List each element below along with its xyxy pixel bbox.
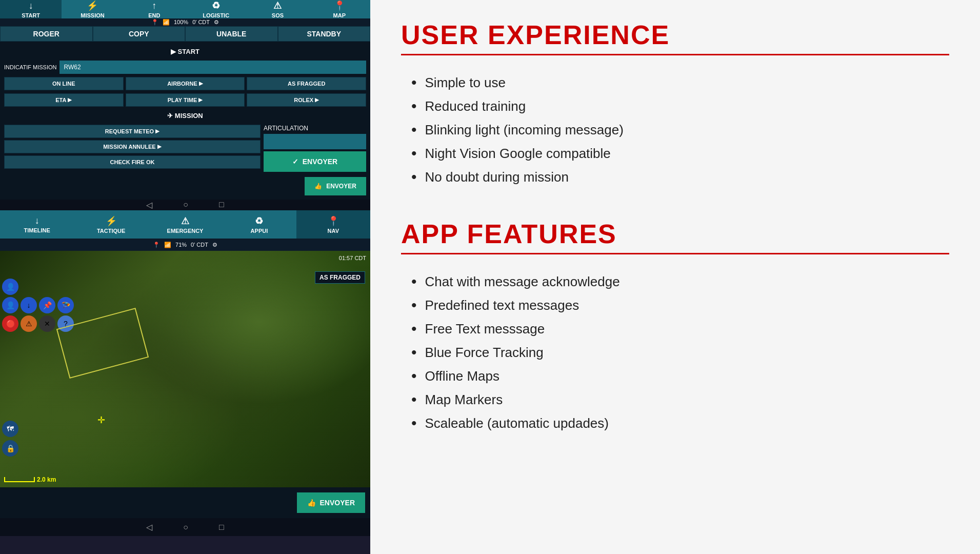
user-experience-title: USER EXPERIENCE <box>401 21 949 50</box>
mission-annulee-button[interactable]: MISSION ANNULEE ▶ <box>4 140 261 153</box>
app-features-list: Chat with message acknowledge Predefined… <box>401 270 949 435</box>
nav-item-start[interactable]: ↓ START <box>0 0 62 18</box>
bullet-nodoubt: No doubt during mission <box>401 165 949 189</box>
roger-button[interactable]: ROGER <box>0 26 93 42</box>
bottom-nav-bar: ↓ TIMELINE ⚡ TACTIQUE ⚠ EMERGENCY ♻ APPU… <box>0 210 370 239</box>
settings-bottom-icon[interactable]: ⚙ <box>212 242 217 248</box>
alert-icon[interactable]: 🔴 <box>2 315 18 332</box>
time-indicator: 0' CDT <box>192 19 210 25</box>
eta-arrow: ▶ <box>68 97 72 103</box>
timeline-icon: ↓ <box>35 215 39 226</box>
request-meteo-button[interactable]: REQUEST METEO ▶ <box>4 125 261 138</box>
top-status-bar: 📍 📶 100% 0' CDT ⚙ <box>0 18 370 26</box>
triangle-icon[interactable]: ⚠ <box>21 315 37 332</box>
back-button-bottom[interactable]: ◁ <box>146 522 152 532</box>
standby-button[interactable]: STANDBY <box>278 26 371 42</box>
tactique-icon: ⚡ <box>106 215 117 227</box>
right-panel: USER EXPERIENCE Simple to use Reduced tr… <box>370 0 980 554</box>
gps-indicator: 📍 <box>151 19 158 26</box>
end-icon: ↑ <box>152 1 156 11</box>
bullet-nightvision: Night Vision Google compatible <box>401 142 949 165</box>
map-cursor: ✛ <box>97 414 105 426</box>
x-icon[interactable]: ✕ <box>39 315 55 332</box>
mission-icon: ⚡ <box>87 0 98 11</box>
top-nav-bar: ↓ START ⚡ MISSION ↑ END ♻ LOGISTIC ⚠ SOS… <box>0 0 370 18</box>
map-icons-overlay: 👤 👤 ↓ 📌 🪂 🔴 ⚠ ✕ ? <box>0 276 76 334</box>
bottom-envoyer-area: 👍 ENVOYER <box>4 177 366 195</box>
bullet-markers: Map Markers <box>401 388 949 411</box>
playtime-button[interactable]: PLAY TIME ▶ <box>126 93 245 107</box>
nav-label-appui: APPUI <box>251 228 268 234</box>
asfragged-button[interactable]: AS FRAGGED <box>247 77 366 90</box>
settings-icon[interactable]: ⚙ <box>214 19 219 26</box>
unable-button[interactable]: UNABLE <box>185 26 278 42</box>
nav-label-logistic: LOGISTIC <box>203 12 229 18</box>
indicatif-label: INDICATIF MISSION <box>4 64 56 70</box>
app-features-underline <box>401 253 949 254</box>
nav-item-timeline[interactable]: ↓ TIMELINE <box>0 210 74 239</box>
square-button-bottom[interactable]: □ <box>219 523 224 532</box>
rolex-button[interactable]: ROLEX ▶ <box>247 93 366 107</box>
sos-icon: ⚠ <box>273 0 282 11</box>
emergency-icon: ⚠ <box>181 215 189 227</box>
nav-label-tactique: TACTIQUE <box>97 228 125 234</box>
map-timestamp: 01:57 CDT <box>339 255 366 261</box>
nav-item-nav[interactable]: 📍 NAV <box>296 210 370 239</box>
articulation-label: ARTICULATION <box>264 125 366 132</box>
person-icon-2[interactable]: 👤 <box>2 297 18 313</box>
airborne-button[interactable]: AIRBORNE ▶ <box>126 77 245 90</box>
bottom-status-bar: 📍 📶 71% 0' CDT ⚙ <box>0 239 370 251</box>
nav-item-end[interactable]: ↑ END <box>124 0 185 18</box>
square-button-top[interactable]: □ <box>219 200 224 209</box>
down-icon[interactable]: ↓ <box>21 297 37 313</box>
articulation-input[interactable] <box>264 134 366 149</box>
eta-button[interactable]: ETA ▶ <box>4 93 124 107</box>
as-fragged-badge: AS FRAGGED <box>315 271 365 284</box>
check-fire-button[interactable]: CHECK FIRE OK <box>4 155 261 169</box>
nav-item-emergency[interactable]: ⚠ EMERGENCY <box>148 210 222 239</box>
envoyer-top-button[interactable]: ✓ ENVOYER <box>264 151 366 172</box>
mission-section-header: ✈ MISSION <box>4 110 366 122</box>
layers-icon[interactable]: 🗺 <box>2 421 18 437</box>
indicatif-input[interactable] <box>59 61 366 74</box>
playtime-arrow: ▶ <box>198 97 203 103</box>
nav-item-tactique[interactable]: ⚡ TACTIQUE <box>74 210 148 239</box>
appui-icon: ♻ <box>255 215 263 227</box>
scale-text: 2.0 km <box>37 476 56 483</box>
home-button-bottom[interactable]: ○ <box>183 523 188 532</box>
envoyer-bottom-thumb-icon: 👍 <box>307 499 316 507</box>
bullet-freetext: Free Text messsage <box>401 317 949 341</box>
copy-button[interactable]: COPY <box>93 26 186 42</box>
nav-label-timeline: TIMELINE <box>24 227 50 233</box>
map-area[interactable]: 👤 👤 ↓ 📌 🪂 🔴 ⚠ ✕ ? 🗺 🔒 <box>0 251 370 487</box>
person-icon-1[interactable]: 👤 <box>2 279 18 295</box>
gps-bottom: 📍 <box>153 242 160 248</box>
battery-indicator: 100% <box>174 19 188 25</box>
nav-item-map[interactable]: 📍 MAP <box>309 0 370 18</box>
online-button[interactable]: ON LINE <box>4 77 124 90</box>
home-button-top[interactable]: ○ <box>183 200 188 209</box>
nav-label-sos: SOS <box>272 12 284 18</box>
time-bottom: 0' CDT <box>191 242 208 248</box>
nav-item-logistic[interactable]: ♻ LOGISTIC <box>185 0 247 18</box>
bullet-blinking: Blinking light (incoming message) <box>401 118 949 142</box>
action-buttons-row2: ETA ▶ PLAY TIME ▶ ROLEX ▶ <box>4 93 366 107</box>
nav-item-sos[interactable]: ⚠ SOS <box>247 0 308 18</box>
pin-icon[interactable]: 📌 <box>39 297 55 313</box>
nav-item-appui[interactable]: ♻ APPUI <box>222 210 296 239</box>
airborne-arrow: ▶ <box>199 81 203 86</box>
app-features-section: APP FEATURES Chat with message acknowled… <box>401 220 949 456</box>
bottom-msg-area: 👍 ENVOYER <box>0 487 370 518</box>
envoyer-bottom-top-button[interactable]: 👍 ENVOYER <box>305 177 366 195</box>
nav-label-nav: NAV <box>328 228 339 234</box>
nav-label-map: MAP <box>333 12 346 18</box>
bullet-blueforce: Blue Force Tracking <box>401 341 949 364</box>
logistic-icon: ♻ <box>212 0 220 11</box>
back-button-top[interactable]: ◁ <box>146 200 152 210</box>
envoyer-bottom-button[interactable]: 👍 ENVOYER <box>297 492 365 513</box>
wifi-bottom: 📶 <box>164 242 171 248</box>
nav-item-mission[interactable]: ⚡ MISSION <box>62 0 123 18</box>
map-icon-row1: 👤 <box>2 279 74 295</box>
lock-icon[interactable]: 🔒 <box>2 440 18 457</box>
parachute-icon[interactable]: 🪂 <box>57 297 74 313</box>
